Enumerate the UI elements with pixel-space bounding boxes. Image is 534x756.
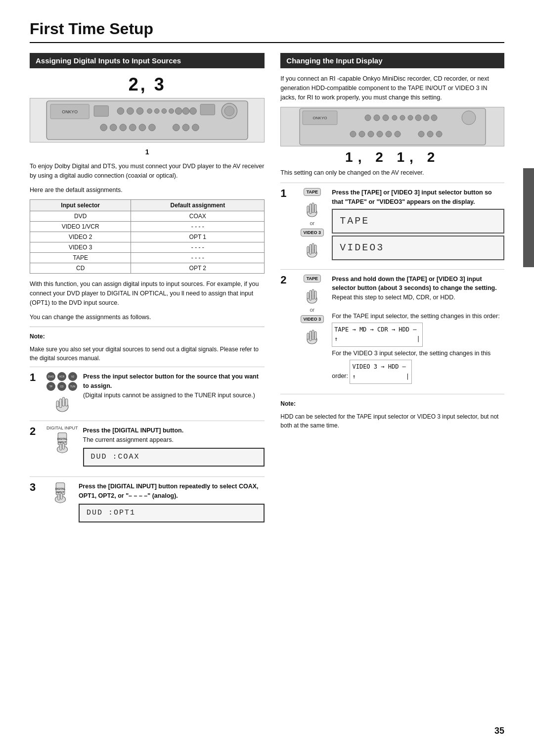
left-steps-block: Note: Make sure you also set your digita… <box>30 327 265 525</box>
svg-rect-77 <box>312 289 314 299</box>
svg-point-53 <box>423 115 429 121</box>
table-cell: - - - - <box>131 253 265 263</box>
display-box-3: DUD :OPT1 <box>79 504 265 523</box>
right-step-1-text: Press the [TAPE] or [VIDEO 3] input sele… <box>332 188 504 261</box>
svg-point-52 <box>415 115 421 121</box>
hand-icon-3: DIGITAL INPUT <box>49 482 71 504</box>
svg-rect-68 <box>314 204 316 213</box>
svg-point-48 <box>383 115 389 121</box>
svg-rect-71 <box>310 244 312 254</box>
right-note-text: HDD can be selected for the TAPE input s… <box>280 412 504 430</box>
defaults-label: Here are the default assignments. <box>30 186 265 195</box>
right-column: Changing the Input Display If you connec… <box>280 53 504 434</box>
svg-rect-73 <box>314 245 316 253</box>
svg-text:ONKYO: ONKYO <box>312 116 327 120</box>
svg-point-47 <box>374 115 380 121</box>
with-function-text: With this function, you can assign digit… <box>30 280 265 307</box>
svg-point-50 <box>400 115 405 120</box>
svg-rect-35 <box>59 444 61 450</box>
svg-point-11 <box>175 108 182 115</box>
svg-point-12 <box>182 108 189 115</box>
page-number: 35 <box>494 726 504 736</box>
right-section-header: Changing the Input Display <box>280 53 504 68</box>
svg-rect-3 <box>94 106 108 117</box>
svg-rect-42 <box>60 493 62 499</box>
step-num-2: 2 <box>30 426 42 437</box>
svg-rect-41 <box>57 494 59 500</box>
left-column: Assigning Digital Inputs to Input Source… <box>30 53 265 532</box>
svg-point-61 <box>395 131 400 137</box>
right-step-2: 2 TAPE or VIDEO 3 <box>280 269 504 386</box>
svg-rect-36 <box>62 443 64 449</box>
table-col2-header: Default assignment <box>131 200 265 211</box>
svg-point-59 <box>377 131 383 137</box>
or-label-2: or <box>310 307 314 313</box>
svg-rect-78 <box>314 291 316 299</box>
svg-point-25 <box>192 124 199 131</box>
svg-point-56 <box>350 131 356 137</box>
right-step-2-icons: TAPE or VIDEO 3 <box>297 275 327 345</box>
svg-text:DIGITAL: DIGITAL <box>55 487 65 490</box>
left-step-3: 3 DIGITAL INPUT Press the [DIGITAL INPUT… <box>30 476 265 525</box>
or-label-1: or <box>310 220 314 226</box>
left-note-text: Make sure you also set your digital sour… <box>30 345 265 363</box>
left-section-header: Assigning Digital Inputs to Input Source… <box>30 53 265 68</box>
left-step-1: 1 DVD VCR V2 TP CD TUN <box>30 367 265 414</box>
svg-text:DIGITAL: DIGITAL <box>57 437 67 440</box>
svg-point-10 <box>169 109 174 114</box>
svg-text:ONKYO: ONKYO <box>62 109 78 114</box>
receiver-image-right: ONKYO <box>280 107 504 146</box>
svg-point-49 <box>392 115 397 120</box>
svg-point-19 <box>120 124 127 131</box>
svg-point-64 <box>436 131 442 137</box>
assignments-table: Input selector Default assignment DVDCOA… <box>30 199 265 274</box>
left-note-label: Note: <box>30 332 265 341</box>
sidebar-tab <box>523 168 534 267</box>
step-numbers-top-left: 2, 3 <box>30 74 265 95</box>
right-step-2-text: Press and hold down the [TAPE] or [VIDEO… <box>332 275 504 386</box>
svg-point-16 <box>224 106 234 116</box>
step-1-text: Press the input selector button for the … <box>83 372 265 400</box>
svg-point-5 <box>127 108 134 115</box>
svg-rect-66 <box>310 204 312 214</box>
tape-display-1: TAPE <box>332 209 504 234</box>
step-2-text: Press the [DIGITAL INPUT] button. The cu… <box>83 426 265 470</box>
svg-point-18 <box>110 124 117 131</box>
svg-point-58 <box>368 131 374 137</box>
step-2-icon-col: DIGITAL INPUT DIGITAL INPUT <box>46 426 78 454</box>
you-can-change-text: You can change the assignments as follow… <box>30 313 265 322</box>
step-numbers-top-right: 1, 2 1, 2 <box>280 149 504 165</box>
right-this-setting-text: This setting can only be changed on the … <box>280 168 504 178</box>
right-step-num-2: 2 <box>280 275 292 285</box>
display-box-2: DUD :COAX <box>83 448 265 467</box>
svg-point-57 <box>359 131 365 137</box>
svg-point-54 <box>431 115 437 121</box>
svg-point-22 <box>149 124 156 131</box>
svg-rect-28 <box>62 397 65 406</box>
svg-rect-74 <box>307 246 309 253</box>
right-intro-text: If you connect an RI -capable Onkyo Mini… <box>280 74 504 102</box>
svg-rect-81 <box>310 331 312 341</box>
hand-icon-2: DIGITAL INPUT <box>51 432 73 454</box>
intro-text-left: To enjoy Dolby Digital and DTS, you must… <box>30 162 265 181</box>
right-step-1-icons: TAPE or VIDEO 3 <box>297 188 327 258</box>
table-cell: OPT 1 <box>131 232 265 242</box>
step-3-text: Press the [DIGITAL INPUT] button repeate… <box>79 482 265 525</box>
svg-rect-72 <box>312 243 314 253</box>
video-flow-diagram: VIDEO 3 → HDD — ↑ | <box>350 360 412 383</box>
page-title: First Time Setup <box>30 20 504 43</box>
step-2-icon-label: DIGITAL INPUT <box>46 426 78 431</box>
svg-rect-14 <box>200 104 215 115</box>
step-num-3: 3 <box>30 482 42 493</box>
table-col1-header: Input selector <box>30 200 131 211</box>
table-cell: - - - - <box>131 242 265 253</box>
table-cell: VIDEO 3 <box>30 242 131 253</box>
table-cell: - - - - <box>131 222 265 232</box>
svg-point-20 <box>129 124 136 131</box>
right-note-label: Note: <box>280 399 504 408</box>
svg-point-6 <box>136 108 143 115</box>
svg-rect-27 <box>59 399 62 408</box>
step-arrow-left: 1 <box>30 145 265 157</box>
svg-point-17 <box>100 124 107 131</box>
svg-point-7 <box>147 109 152 114</box>
